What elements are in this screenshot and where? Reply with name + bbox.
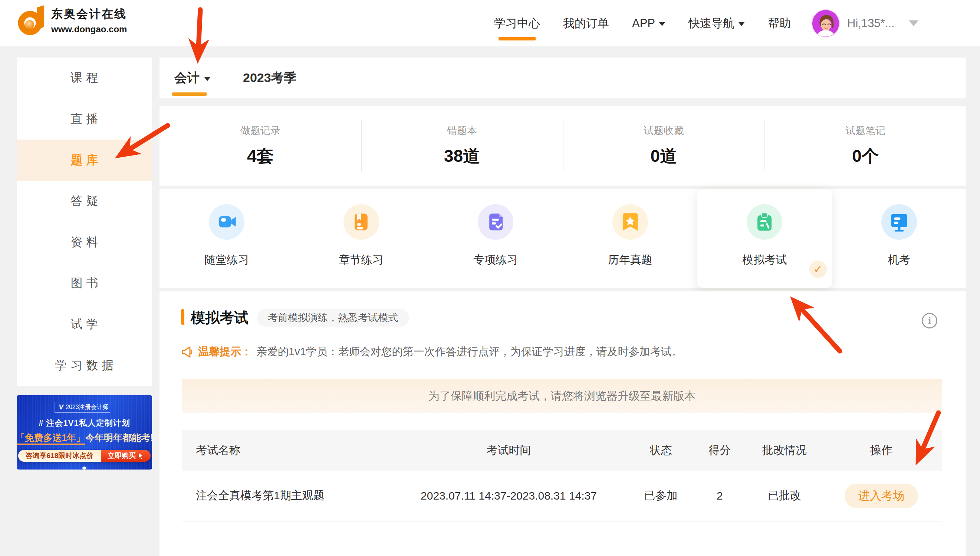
exam-status: 已参加: [630, 488, 691, 503]
mock-exam-section: 模拟考试 考前模拟演练，熟悉考试模式 i 温馨提示： 亲爱的1v1学员：老师会对…: [160, 291, 966, 556]
consult-button[interactable]: 咨询享618限时冰点价: [18, 450, 101, 462]
season-label: 2023考季: [243, 70, 297, 86]
entry-computer-exam[interactable]: 机考: [832, 189, 967, 288]
nav-app[interactable]: APP: [632, 0, 666, 46]
entry-label: 章节练习: [339, 252, 384, 268]
sidebar-item-books[interactable]: 图书: [17, 263, 152, 304]
tab-season-2023[interactable]: 2023考季: [243, 58, 297, 99]
enter-exam-button[interactable]: 进入考场: [845, 483, 918, 508]
top-header: 东奥会计在线 www.dongao.com 学习中心 我的订单 APP 快速导航…: [0, 0, 980, 46]
nav-help[interactable]: 帮助: [768, 0, 791, 46]
sidebar-item-question-bank[interactable]: 题库: [17, 139, 152, 181]
chevron-down-icon: [738, 22, 745, 26]
avatar-image: [812, 10, 839, 37]
stat-value: 4套: [247, 145, 274, 168]
monitor-icon: [881, 204, 917, 240]
sidebar-item-trial[interactable]: 试学: [17, 304, 152, 345]
nav-quick-links[interactable]: 快速导航: [688, 0, 745, 46]
user-greeting: Hi,135*...: [847, 17, 895, 30]
stat-label: 试题笔记: [845, 124, 885, 137]
col-score: 得分: [691, 443, 748, 458]
promo-rest: 今年明年都能考!: [85, 432, 152, 443]
section-title: 模拟考试: [191, 308, 248, 328]
stat-label: 试题收藏: [643, 124, 683, 137]
nav-my-orders[interactable]: 我的订单: [563, 0, 609, 46]
brand-logo[interactable]: 东奥会计在线 www.dongao.com: [18, 5, 127, 36]
clipboard-icon: [747, 204, 782, 240]
col-action: 操作: [820, 443, 942, 458]
sidebar-item-label: 资料: [71, 234, 102, 251]
entry-chapter-practice[interactable]: 章节练习: [294, 189, 429, 288]
sidebar-item-materials[interactable]: 资料: [17, 222, 152, 263]
stat-wrong-questions[interactable]: 错题本 38道: [361, 106, 563, 186]
cursor-icon: [138, 453, 144, 459]
carousel-dot[interactable]: [82, 467, 86, 470]
nav-label: 我的订单: [563, 0, 609, 46]
sidebar-item-courses[interactable]: 课程: [17, 58, 152, 99]
dongao-logo-icon: [18, 5, 46, 36]
sidebar-item-label: 答疑: [71, 193, 102, 209]
subject-label: 会计: [174, 70, 200, 86]
stat-value: 0个: [852, 145, 879, 168]
sidebar-item-live[interactable]: 直播: [17, 99, 152, 140]
promo-highlight: 「免费多送1年」: [17, 432, 85, 445]
sidebar-item-study-data[interactable]: 学习数据: [17, 345, 152, 386]
notice-text: 亲爱的1v1学员：老师会对您的第一次作答进行点评，为保证学习进度，请及时参加考试…: [256, 344, 682, 359]
exam-review: 已批改: [748, 488, 820, 503]
stat-notes[interactable]: 试题笔记 0个: [764, 106, 966, 186]
entry-class-practice[interactable]: 随堂练习: [160, 189, 294, 288]
stat-value: 38道: [444, 145, 480, 168]
sidebar-item-label: 学习数据: [55, 357, 118, 374]
video-icon: [209, 204, 245, 240]
entry-special-practice[interactable]: 专项练习: [429, 189, 563, 288]
brand-title: 东奥会计在线: [51, 6, 127, 22]
exam-time: 2023.07.11 14:37-2023.08.31 14:37: [387, 490, 630, 502]
user-menu[interactable]: Hi,135*...: [812, 0, 919, 46]
nav-learning-center[interactable]: 学习中心: [494, 0, 540, 46]
chevron-down-icon: [659, 22, 666, 26]
entry-past-exams[interactable]: 历年真题: [563, 189, 698, 288]
avatar[interactable]: [812, 10, 839, 37]
user-dropdown-icon[interactable]: [909, 20, 919, 26]
nav-label: 学习中心: [494, 0, 540, 46]
entry-label: 随堂练习: [205, 252, 249, 268]
nav-label: APP: [632, 0, 655, 46]
stat-practice-records[interactable]: 做题记录 4套: [160, 106, 361, 186]
stat-label: 错题本: [447, 124, 477, 137]
sidebar-item-label: 直播: [71, 111, 102, 127]
stat-value: 0道: [651, 145, 677, 168]
row-divider: [182, 521, 942, 522]
sidebar-item-label: 课程: [71, 70, 102, 86]
promo-badge-text: 2023注册会计师: [66, 404, 109, 411]
info-icon[interactable]: i: [922, 313, 937, 328]
section-subtitle-badge: 考前模拟演练，熟悉考试模式: [257, 309, 409, 326]
nav-label: 快速导航: [688, 0, 735, 46]
notice-label: 温馨提示：: [198, 344, 252, 359]
buy-now-button[interactable]: 立即购买: [101, 450, 151, 462]
promo-cta: 咨询享618限时冰点价 立即购买: [18, 450, 151, 462]
entry-label: 历年真题: [608, 252, 653, 268]
exam-table-row: 注会全真模考第1期主观题 2023.07.11 14:37-2023.08.31…: [182, 470, 942, 521]
stats-panel: 做题记录 4套 错题本 38道 试题收藏 0道 试题笔记 0个: [160, 106, 966, 186]
selected-check-icon: ✓: [809, 260, 827, 278]
brand-url: www.dongao.com: [51, 24, 127, 34]
doc-check-icon: [478, 204, 513, 240]
stat-favorites[interactable]: 试题收藏 0道: [563, 106, 765, 186]
exam-table-header: 考试名称 考试时间 状态 得分 批改情况 操作: [182, 430, 942, 470]
browser-upgrade-banner: 为了保障顺利完成考试，请您将浏览器升级至最新版本: [182, 379, 942, 413]
sidebar: 课程 直播 题库 答疑 资料 图书 试学 学习数据: [17, 58, 152, 386]
exam-score: 2: [691, 490, 748, 502]
entry-label: 模拟考试: [742, 252, 787, 268]
col-exam-name: 考试名称: [182, 443, 387, 458]
entry-mock-exam[interactable]: 模拟考试 ✓: [697, 189, 832, 288]
col-status: 状态: [630, 443, 691, 458]
promo-badge: V 2023注册会计师: [55, 402, 114, 413]
practice-entries: 随堂练习 章节练习 专项练习 历年真题 模拟考试 ✓ 机考: [160, 189, 966, 288]
sidebar-item-qa[interactable]: 答疑: [17, 181, 152, 222]
promo-headline: # 注会1V1私人定制计划: [39, 417, 130, 429]
megaphone-icon: [181, 346, 193, 358]
sidebar-item-label: 图书: [71, 275, 102, 291]
v-mark-icon: V: [59, 403, 63, 411]
nav-label: 帮助: [768, 0, 791, 46]
promo-banner[interactable]: V 2023注册会计师 # 注会1V1私人定制计划 「免费多送1年」今年明年都能…: [17, 395, 152, 470]
